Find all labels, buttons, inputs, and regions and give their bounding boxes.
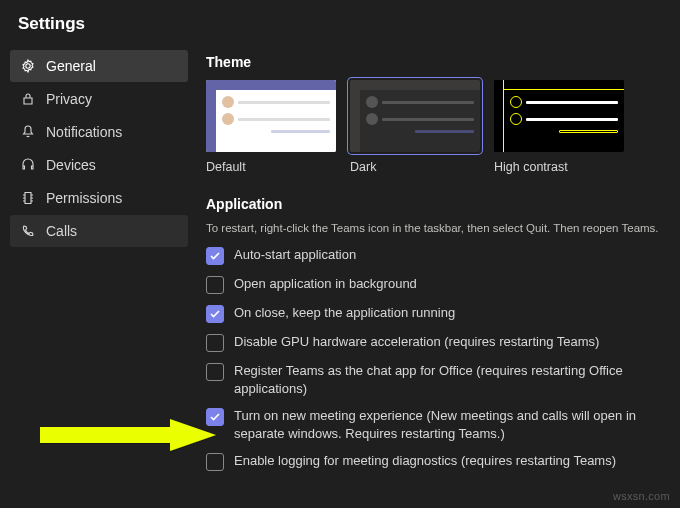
theme-label: Default <box>206 160 336 174</box>
theme-label: High contrast <box>494 160 624 174</box>
sidebar-item-general[interactable]: General <box>10 50 188 82</box>
checkbox-new-meeting-experience[interactable] <box>206 408 224 426</box>
settings-header: Settings <box>0 0 680 44</box>
checkbox-label: Register Teams as the chat app for Offic… <box>234 362 670 397</box>
option-disable-gpu: Disable GPU hardware acceleration (requi… <box>206 333 670 352</box>
permissions-icon <box>20 190 36 206</box>
option-register-chat-app: Register Teams as the chat app for Offic… <box>206 362 670 397</box>
page-title: Settings <box>18 14 662 34</box>
sidebar-item-notifications[interactable]: Notifications <box>10 116 188 148</box>
application-options: Auto-start application Open application … <box>206 246 670 471</box>
theme-option-default[interactable]: Default <box>206 80 336 174</box>
option-enable-logging: Enable logging for meeting diagnostics (… <box>206 452 670 471</box>
checkbox-label: Enable logging for meeting diagnostics (… <box>234 452 670 470</box>
option-open-background: Open application in background <box>206 275 670 294</box>
theme-preview-dark <box>350 80 480 152</box>
headset-icon <box>20 157 36 173</box>
sidebar-item-privacy[interactable]: Privacy <box>10 83 188 115</box>
lock-icon <box>20 91 36 107</box>
checkbox-label: Open application in background <box>234 275 670 293</box>
sidebar-item-label: Permissions <box>46 190 122 206</box>
theme-preview-hc <box>494 80 624 152</box>
checkbox-auto-start[interactable] <box>206 247 224 265</box>
settings-main: Theme Default <box>206 44 670 481</box>
theme-preview-default <box>206 80 336 152</box>
theme-label: Dark <box>350 160 480 174</box>
theme-section-title: Theme <box>206 54 670 70</box>
watermark: wsxsn.com <box>613 490 670 502</box>
bell-icon <box>20 124 36 140</box>
theme-options: Default Dark <box>206 80 670 174</box>
sidebar-item-label: Notifications <box>46 124 122 140</box>
content: General Privacy Notifications Devices Pe <box>0 44 680 481</box>
sidebar-item-calls[interactable]: Calls <box>10 215 188 247</box>
checkbox-on-close-keep-running[interactable] <box>206 305 224 323</box>
checkbox-label: Auto-start application <box>234 246 670 264</box>
option-on-close-keep-running: On close, keep the application running <box>206 304 670 323</box>
sidebar-item-label: Devices <box>46 157 96 173</box>
checkbox-label: Turn on new meeting experience (New meet… <box>234 407 670 442</box>
checkbox-disable-gpu[interactable] <box>206 334 224 352</box>
theme-option-dark[interactable]: Dark <box>350 80 480 174</box>
sidebar-item-label: General <box>46 58 96 74</box>
checkbox-enable-logging[interactable] <box>206 453 224 471</box>
sidebar-item-devices[interactable]: Devices <box>10 149 188 181</box>
sidebar-item-permissions[interactable]: Permissions <box>10 182 188 214</box>
option-auto-start: Auto-start application <box>206 246 670 265</box>
settings-sidebar: General Privacy Notifications Devices Pe <box>10 44 188 481</box>
phone-icon <box>20 223 36 239</box>
checkbox-open-background[interactable] <box>206 276 224 294</box>
checkbox-label: Disable GPU hardware acceleration (requi… <box>234 333 670 351</box>
application-section-title: Application <box>206 196 670 212</box>
checkbox-register-chat-app[interactable] <box>206 363 224 381</box>
sidebar-item-label: Calls <box>46 223 77 239</box>
theme-option-high-contrast[interactable]: High contrast <box>494 80 624 174</box>
application-note: To restart, right-click the Teams icon i… <box>206 222 670 234</box>
sidebar-item-label: Privacy <box>46 91 92 107</box>
option-new-meeting-experience: Turn on new meeting experience (New meet… <box>206 407 670 442</box>
gear-icon <box>20 58 36 74</box>
checkbox-label: On close, keep the application running <box>234 304 670 322</box>
